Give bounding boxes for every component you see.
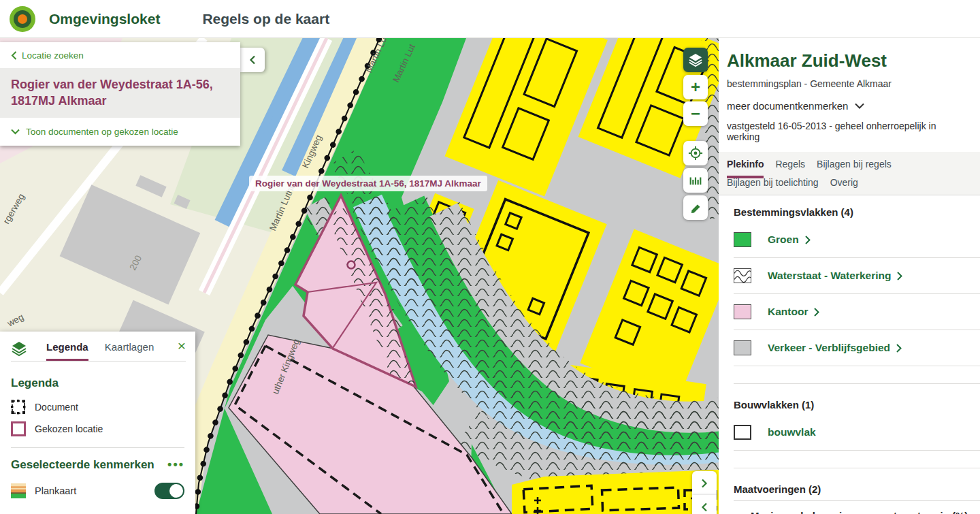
section-divider (734, 366, 980, 384)
draw-button[interactable] (683, 195, 708, 220)
document-boundary-swatch (11, 400, 26, 415)
chosen-location-swatch (11, 421, 26, 436)
divider (11, 447, 184, 448)
detail-tabs: Plekinfo Regels Bijlagen bij regels Bijl… (719, 152, 980, 195)
row-waterstaat-waterkering[interactable]: Waterstaat - Waterkering (734, 258, 980, 294)
legend-heading: Legenda (11, 376, 184, 390)
ruler-icon (688, 174, 703, 187)
kantoor-swatch (734, 304, 751, 319)
panel-collapse-button[interactable] (240, 48, 265, 72)
zoom-out-button[interactable]: − (683, 101, 708, 126)
tab-regels[interactable]: Regels (775, 159, 805, 176)
page-title: Regels op de kaart (202, 11, 329, 27)
more-document-attributes-link[interactable]: meer documentkenmerken (727, 100, 970, 112)
row-groen[interactable]: Groen (734, 222, 980, 258)
groen-swatch (734, 232, 751, 247)
app-title: Omgevingsloket (49, 11, 160, 27)
plan-subtitle: bestemmingsplan - Gemeente Alkmaar (727, 78, 970, 89)
show-documents-toggle[interactable]: Toon documenten op gekozen locatie (0, 118, 240, 146)
locate-icon (688, 146, 703, 161)
map-canvas[interactable]: Martin Lu Martin Lut Kingweg Martin Luth… (0, 38, 719, 514)
tab-legenda[interactable]: Legenda (46, 341, 88, 362)
tab-bijlagen-bij-regels[interactable]: Bijlagen bij regels (817, 159, 892, 176)
bouwvlak-swatch (734, 425, 751, 440)
layers-button[interactable] (683, 48, 708, 72)
chevron-right-icon (897, 272, 902, 280)
more-options-icon[interactable]: ••• (167, 457, 184, 472)
legend-item-document: Document (11, 400, 184, 415)
layers-icon (11, 341, 27, 356)
tab-kaartlagen[interactable]: Kaartlagen (105, 341, 154, 362)
chevron-right-icon (896, 344, 902, 353)
tab-divider (11, 361, 186, 362)
panel-prev-button[interactable] (692, 495, 717, 514)
map-address-tooltip: Rogier van der Weydestraat 1A-56, 1817MJ… (249, 176, 487, 191)
chevron-left-icon (249, 55, 256, 65)
row-verkeer-verblijfsgebied[interactable]: Verkeer - Verblijfsgebied (734, 330, 980, 366)
section-bouwvlakken-title: Bouwvlakken (1) (734, 399, 980, 411)
plankaart-icon (11, 483, 26, 498)
row-kantoor[interactable]: Kantoor (734, 294, 980, 330)
layers-icon (688, 53, 703, 67)
plan-title: Alkmaar Zuid-West (727, 50, 970, 71)
location-panel: Locatie zoeken Rogier van der Weydestraa… (0, 42, 240, 146)
chevron-left-icon (701, 502, 708, 512)
chevron-right-icon (814, 308, 819, 317)
chevron-down-icon (11, 129, 20, 135)
chevron-left-icon (11, 51, 17, 60)
chevron-right-icon (701, 479, 708, 488)
selected-features-heading: Geselecteerde kenmerken (11, 458, 154, 472)
app-header: Omgevingsloket Regels op de kaart (0, 0, 980, 38)
section-divider (734, 451, 980, 468)
tab-overig[interactable]: Overig (830, 177, 858, 194)
locate-me-button[interactable] (683, 141, 708, 165)
section-bestemmingsvlakken-title: Bestemmingsvlakken (4) (734, 206, 980, 218)
zoom-in-button[interactable]: + (683, 75, 708, 99)
verkeer-swatch (734, 340, 751, 355)
location-dot-marker (348, 261, 355, 269)
selected-address: Rogier van der Weydestraat 1A-56, 1817MJ… (0, 68, 240, 118)
panel-next-button[interactable] (692, 471, 717, 496)
close-icon[interactable]: × (178, 338, 186, 353)
legend-panel: Legenda Kaartlagen × Legenda Document Ge… (0, 332, 195, 514)
tab-plekinfo[interactable]: Plekinfo (727, 159, 764, 178)
chevron-down-icon (855, 103, 864, 109)
section-maatvoeringen-title: Maatvoeringen (2) (734, 483, 980, 495)
chevron-right-icon (805, 236, 811, 244)
back-to-search-link[interactable]: Locatie zoeken (0, 42, 240, 68)
omgevingsloket-logo-icon (10, 6, 35, 32)
tab-bijlagen-bij-toelichting[interactable]: Bijlagen bij toelichting (727, 177, 819, 194)
row-bouwvlak[interactable]: bouwvlak (734, 415, 980, 451)
pencil-icon (689, 201, 703, 215)
layer-row-plankaart: Plankaart (11, 483, 184, 499)
plankaart-toggle[interactable] (154, 483, 184, 499)
measure-button[interactable] (683, 168, 708, 193)
legend-item-gekozen-locatie: Gekozen locatie (11, 421, 184, 436)
waterkering-swatch (734, 268, 751, 283)
plan-status: vastgesteld 16-05-2013 - geheel onherroe… (727, 121, 970, 142)
detail-panel: Alkmaar Zuid-West bestemmingsplan - Geme… (719, 38, 980, 514)
row-max-bebouwingspercentage[interactable]: Maximum bebouwingspercentage terrein (%)… (734, 500, 980, 514)
